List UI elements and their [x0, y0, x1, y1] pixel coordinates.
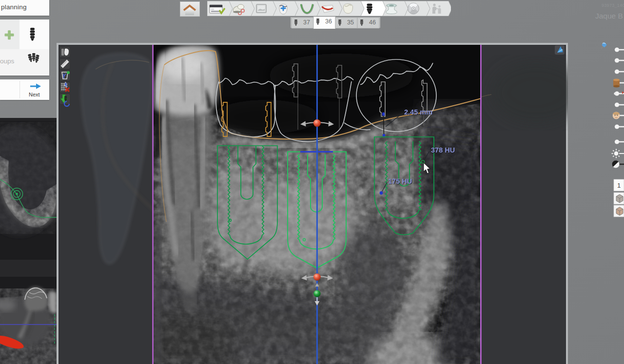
svg-text:2.45 mm: 2.45 mm — [404, 108, 432, 116]
svg-text:37: 37 — [303, 19, 310, 26]
svg-text:175 HU: 175 HU — [388, 177, 412, 185]
svg-text:36: 36 — [325, 18, 332, 25]
svg-text:1: 1 — [617, 182, 621, 189]
svg-text:35: 35 — [347, 19, 354, 26]
svg-text:46: 46 — [369, 19, 376, 26]
svg-text:378 HU: 378 HU — [431, 146, 455, 154]
